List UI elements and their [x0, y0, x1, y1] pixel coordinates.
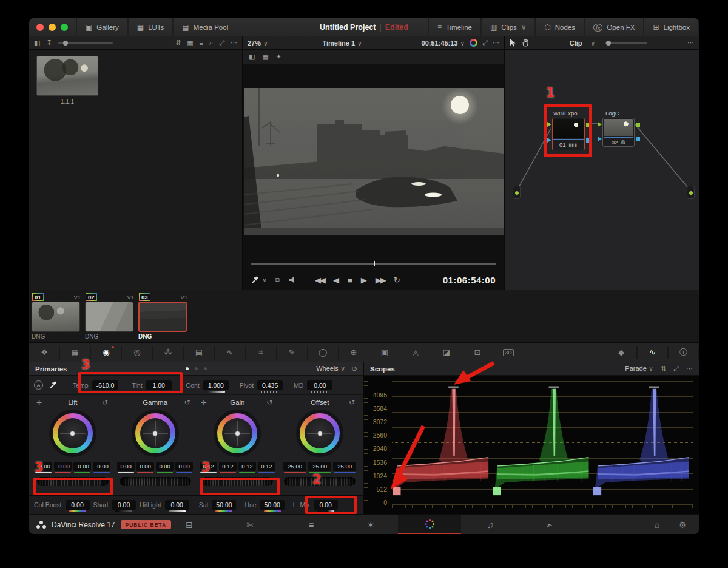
- audio-mute-icon[interactable]: [289, 277, 297, 283]
- auto-balance-icon[interactable]: A: [34, 380, 43, 390]
- edit-page-icon[interactable]: ≡: [299, 515, 323, 534]
- enhanced-viewer-wand-icon[interactable]: ✦: [276, 53, 281, 61]
- deliver-page-icon[interactable]: ➣: [537, 515, 561, 534]
- offset-color-wheel[interactable]: [296, 410, 343, 457]
- sort-icon[interactable]: ⇵: [175, 39, 181, 47]
- lift-green-value[interactable]: -0.00: [73, 462, 91, 471]
- hue-field[interactable]: 50.00: [260, 500, 285, 510]
- gallery-sidebar-toggle[interactable]: ◧: [34, 39, 40, 47]
- color-page-tab-active[interactable]: [398, 515, 461, 534]
- clips-button[interactable]: ▥ Clips ∨: [481, 18, 535, 36]
- node-output-terminal[interactable]: [687, 186, 695, 199]
- viewer-scrubber[interactable]: [251, 263, 496, 265]
- scope-settings-icon[interactable]: ⇅: [661, 365, 666, 373]
- gamma-reset-icon[interactable]: ↺: [184, 398, 190, 407]
- pivot-field[interactable]: 0.435: [257, 380, 283, 390]
- curves-icon[interactable]: ∿: [215, 346, 246, 359]
- saturation-field[interactable]: 50.00: [212, 500, 236, 510]
- scope-mode-select[interactable]: Parade ∨: [625, 365, 653, 373]
- expand-icon[interactable]: ⤢: [219, 39, 224, 47]
- gamma-master-wheel[interactable]: [120, 477, 191, 486]
- node2-logc[interactable]: 02◍: [602, 118, 635, 147]
- gain-green-value[interactable]: 0.12: [238, 462, 256, 471]
- offset-green-value[interactable]: 25.00: [308, 462, 331, 471]
- step-back-button[interactable]: ◀: [333, 276, 339, 285]
- lift-reset-icon[interactable]: ↺: [102, 398, 108, 407]
- loop-button[interactable]: ↻: [394, 276, 400, 285]
- clip-thumbnail-02[interactable]: 02V1 DNG: [85, 292, 135, 342]
- warper-icon[interactable]: ⌗: [246, 346, 277, 359]
- chevron-down-icon[interactable]: ∨: [357, 39, 362, 47]
- lift-crosshair-icon[interactable]: ✛: [36, 399, 42, 407]
- split-screen-icon[interactable]: ▦: [262, 53, 268, 61]
- gamma-green-value[interactable]: 0.00: [156, 462, 174, 471]
- clip-grade-mode-select[interactable]: Clip: [570, 39, 582, 47]
- fusion-page-icon[interactable]: ✶: [359, 515, 383, 534]
- info-icon[interactable]: ⓘ: [668, 346, 699, 359]
- key-icon[interactable]: ◪: [431, 346, 462, 359]
- wheels-mode-select[interactable]: Wheels ∨: [316, 365, 345, 373]
- offset-red-value[interactable]: 25.00: [283, 462, 306, 471]
- minimize-window-button[interactable]: [49, 24, 56, 31]
- clip-thumbnail-01[interactable]: 01V1 DNG: [32, 292, 81, 342]
- stop-button[interactable]: ■: [348, 276, 352, 285]
- grade-indicator-icon[interactable]: [470, 39, 477, 47]
- qualifier-icon[interactable]: ✎: [277, 346, 308, 359]
- wipe-modes-icon[interactable]: ⧉: [275, 276, 280, 284]
- node-source-terminal[interactable]: [513, 186, 521, 199]
- gain-red-value[interactable]: 0.12: [219, 462, 237, 471]
- cursor-tool-icon[interactable]: [510, 39, 516, 47]
- sizing-icon[interactable]: ⊡: [462, 346, 493, 359]
- open-fx-button[interactable]: fx Open FX: [584, 18, 644, 36]
- gamma-master-value[interactable]: 0.00: [117, 462, 135, 471]
- lift-master-wheel[interactable]: [37, 477, 109, 486]
- gamma-blue-value[interactable]: 0.00: [175, 462, 193, 471]
- chevron-down-icon[interactable]: ∨: [591, 39, 596, 47]
- list-view-icon[interactable]: ≡: [200, 39, 203, 47]
- close-window-button[interactable]: [36, 24, 44, 31]
- timeline-timecode[interactable]: 00:51:45:13: [422, 39, 458, 47]
- search-icon[interactable]: ⌕: [209, 39, 213, 47]
- grid-view-icon[interactable]: ▦: [187, 39, 193, 47]
- keyframes-icon[interactable]: ◆: [606, 346, 637, 359]
- lift-red-value[interactable]: -0.00: [54, 462, 72, 471]
- blur-icon[interactable]: ◬: [400, 346, 431, 359]
- lum-mix-field[interactable]: 0.00: [314, 500, 338, 510]
- clip-slider[interactable]: [605, 42, 647, 44]
- thumbnail-size-slider[interactable]: [58, 42, 113, 44]
- lift-blue-value[interactable]: -0.00: [93, 462, 110, 471]
- color-wheels-icon[interactable]: ◉: [91, 346, 122, 359]
- more-options-icon[interactable]: ⋯: [493, 39, 499, 47]
- timeline-select[interactable]: Timeline 1: [323, 39, 356, 47]
- offset-blue-value[interactable]: 25.00: [333, 462, 356, 471]
- node-editor[interactable]: WB/Expo... 01▮▮▮ LogC 02◍: [505, 50, 699, 290]
- white-balance-picker-icon[interactable]: [49, 381, 57, 389]
- chevron-down-icon[interactable]: ∨: [460, 39, 465, 47]
- tint-field[interactable]: 1.00: [146, 380, 172, 390]
- hand-tool-icon[interactable]: [522, 39, 530, 47]
- gain-crosshair-icon[interactable]: ✛: [201, 399, 207, 407]
- contrast-field[interactable]: 1.000: [203, 380, 229, 390]
- media-page-icon[interactable]: ⊟: [177, 515, 201, 534]
- gallery-still-thumbnail[interactable]: [36, 56, 98, 96]
- gain-color-wheel[interactable]: [214, 410, 261, 457]
- scope-expand-icon[interactable]: ⤢: [673, 365, 679, 373]
- temp-field[interactable]: -610.0: [92, 380, 119, 390]
- more-options-icon[interactable]: ⋯: [231, 39, 237, 47]
- gamma-red-value[interactable]: 0.00: [136, 462, 154, 471]
- offset-master-wheel[interactable]: [284, 477, 356, 486]
- camera-raw-icon[interactable]: ❖: [29, 346, 60, 359]
- rgb-mixer-icon[interactable]: ⁂: [153, 346, 184, 359]
- settings-gear-icon[interactable]: ⚙: [670, 515, 695, 534]
- more-options-icon[interactable]: ⋯: [687, 39, 694, 47]
- play-button[interactable]: ▶: [361, 276, 367, 285]
- lift-color-wheel[interactable]: [49, 410, 96, 457]
- chevron-down-icon[interactable]: ∨: [263, 39, 268, 47]
- single-viewer-icon[interactable]: ◧: [249, 53, 255, 61]
- color-boost-field[interactable]: 0.00: [66, 500, 90, 510]
- magic-mask-icon[interactable]: ▣: [369, 346, 400, 359]
- motion-effects-icon[interactable]: ▤: [184, 346, 215, 359]
- reset-palette-icon[interactable]: ↺: [351, 365, 357, 373]
- zoom-window-button[interactable]: [61, 24, 68, 31]
- nodes-button[interactable]: ⬡ Nodes: [535, 18, 584, 36]
